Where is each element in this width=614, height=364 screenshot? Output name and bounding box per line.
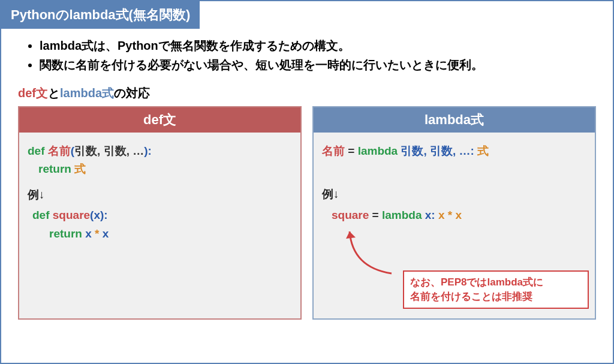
def-syntax-line1: def 名前(引数, 引数, …): [28, 142, 292, 160]
kw-expr: 式 [74, 163, 86, 175]
kw-x: x [94, 209, 100, 221]
subtitle-lambda: lambda式 [60, 86, 114, 100]
kw-args: 引数, 引数, … [74, 145, 144, 157]
def-example-line1: def square(x): [28, 206, 292, 224]
subtitle-def: def文 [18, 86, 48, 100]
kw-x: x [103, 227, 109, 240]
lambda-example-label: 例↓ [322, 185, 586, 203]
kw-eq: = [345, 145, 358, 157]
kw-name: 名前 [48, 145, 71, 157]
kw-def: def [32, 209, 53, 221]
kw-eq: = [369, 209, 382, 221]
arrow-icon [338, 225, 410, 285]
kw-x: x [425, 209, 432, 221]
lambda-box-title: lambda式 [314, 107, 595, 133]
kw-lambda: lambda [358, 145, 401, 157]
lambda-box: lambda式 名前 = lambda 引数, 引数, …: 式 例↓ squa… [312, 106, 596, 320]
bullet-list: lambda式は、Pythonで無名関数を作成するための構文。 関数に名前を付け… [18, 36, 596, 74]
def-example-line2: return x * x [28, 225, 292, 243]
def-syntax-line2: return 式 [28, 160, 292, 178]
subtitle: def文とlambda式の対応 [18, 85, 596, 101]
kw-def: def [28, 145, 48, 157]
kw-name: square [332, 209, 369, 221]
kw-x: x [438, 209, 448, 221]
kw-name: square [53, 209, 90, 221]
bullet-item: lambda式は、Pythonで無名関数を作成するための構文。 [40, 36, 596, 55]
bullet-item: 関数に名前を付ける必要がない場合や、短い処理を一時的に行いたいときに便利。 [40, 55, 596, 74]
comparison-boxes: def文 def 名前(引数, 引数, …): return 式 例↓ def … [18, 106, 596, 320]
lambda-example-line: square = lambda x: x * x [322, 206, 586, 224]
kw-args: 引数, 引数, … [401, 145, 470, 157]
kw-colon: : [431, 209, 438, 221]
note-line2: 名前を付けることは非推奨 [410, 291, 532, 302]
lambda-box-body: 名前 = lambda 引数, 引数, …: 式 例↓ square = lam… [314, 133, 595, 318]
kw-x: x [85, 227, 95, 240]
pep8-note: なお、PEP8ではlambda式に 名前を付けることは非推奨 [403, 270, 589, 309]
kw-return: return [38, 163, 74, 175]
kw-star: * [95, 227, 103, 240]
def-box-title: def文 [19, 107, 300, 133]
subtitle-to: と [48, 86, 60, 100]
kw-colon: : [471, 145, 478, 157]
kw-star: * [448, 209, 456, 221]
note-line1: なお、PEP8ではlambda式に [410, 276, 543, 288]
kw-lambda: lambda [382, 209, 425, 221]
kw-x: x [456, 209, 462, 221]
def-example-label: 例↓ [28, 186, 292, 204]
kw-colon: : [148, 145, 152, 157]
content-area: lambda式は、Pythonで無名関数を作成するための構文。 関数に名前を付け… [1, 29, 613, 320]
def-box: def文 def 名前(引数, 引数, …): return 式 例↓ def … [18, 106, 302, 320]
kw-return: return [49, 227, 85, 240]
def-box-body: def 名前(引数, 引数, …): return 式 例↓ def squar… [19, 133, 300, 318]
kw-colon: : [104, 209, 107, 221]
lambda-syntax-line: 名前 = lambda 引数, 引数, …: 式 [322, 142, 586, 160]
kw-name: 名前 [322, 145, 345, 157]
page-title: Pythonのlambda式(無名関数) [1, 1, 200, 29]
kw-expr: 式 [477, 145, 489, 157]
svg-marker-0 [346, 231, 356, 239]
subtitle-tail: の対応 [114, 86, 150, 100]
